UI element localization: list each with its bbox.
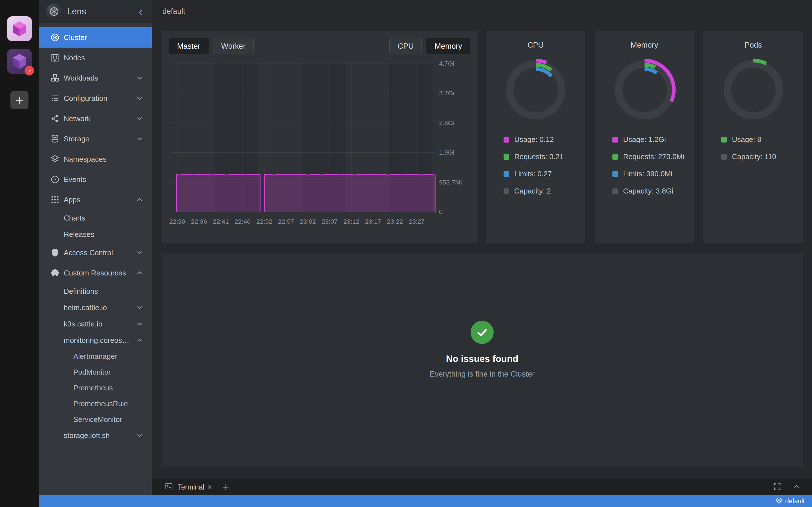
x-axis-label: 22:41 — [213, 218, 229, 225]
active-namespace-chip[interactable]: default — [785, 497, 805, 505]
x-axis-label: 23:22 — [387, 218, 403, 225]
sidebar-item-nodes[interactable]: Nodes — [39, 48, 152, 68]
sidebar-item-configuration[interactable]: Configuration — [39, 88, 152, 108]
sidebar-item-label: Apps — [64, 195, 80, 204]
sidebar-item-label: helm.cattle.io — [64, 303, 107, 312]
y-axis-label: 953.7Mi — [439, 179, 462, 186]
x-axis-label: 22:46 — [235, 218, 251, 225]
y-axis-label: 2.8Gi — [439, 119, 454, 126]
metric-cards: CPUUsage: 0.12Requests: 0.21Limits: 0.27… — [486, 31, 803, 243]
usage-chart-panel: MasterWorker CPUMemory 4.7Gi3.7Gi2.8Gi1.… — [161, 31, 477, 243]
sidebar-item-k3s-cattle-io[interactable]: k3s.cattle.io — [39, 316, 152, 332]
custom-resources-icon — [50, 268, 64, 278]
sidebar-item-label: k3s.cattle.io — [64, 320, 102, 328]
donut-chart — [612, 57, 677, 122]
sidebar-item-label: Namespaces — [64, 155, 107, 164]
sidebar-collapse-icon[interactable]: ‹ — [137, 7, 144, 16]
donut-arc — [515, 69, 557, 111]
fullscreen-icon[interactable] — [773, 482, 781, 492]
new-terminal-icon[interactable]: + — [223, 483, 229, 491]
legend-swatch — [721, 137, 727, 143]
sidebar-item-prometheusrule[interactable]: PrometheusRule — [39, 396, 152, 411]
chevron-up-icon[interactable] — [135, 195, 144, 204]
sidebar-nav: ClusterNodesWorkloadsConfigurationNetwor… — [39, 23, 152, 444]
chevron-down-icon[interactable] — [135, 94, 144, 103]
legend-item: Capacity: 3.8Gi — [612, 187, 684, 195]
donut-chart — [503, 57, 568, 122]
sidebar-item-definitions[interactable]: Definitions — [39, 283, 152, 299]
sidebar-item-servicemonitor[interactable]: ServiceMonitor — [39, 411, 152, 427]
sidebar-item-apps[interactable]: Apps — [39, 189, 152, 210]
memory-usage-area — [264, 174, 435, 212]
sidebar-item-label: Workloads — [64, 74, 98, 82]
chevron-down-icon[interactable] — [135, 135, 144, 143]
metric-tab-memory-button[interactable]: Memory — [426, 38, 470, 54]
sidebar-item-storage[interactable]: Storage — [39, 129, 152, 149]
metric-card-cpu: CPUUsage: 0.12Requests: 0.21Limits: 0.27… — [486, 31, 585, 243]
sidebar-item-helm-cattle-io[interactable]: helm.cattle.io — [39, 299, 152, 316]
sidebar-item-label: Nodes — [64, 54, 85, 62]
x-axis-label: 22:30 — [169, 218, 185, 225]
terminal-tab[interactable]: Terminal — [165, 482, 204, 492]
dock-expand-icon[interactable] — [792, 482, 801, 492]
chevron-down-icon[interactable] — [135, 303, 144, 312]
sidebar-item-namespaces[interactable]: Namespaces — [39, 149, 152, 169]
chevron-up-icon[interactable] — [135, 269, 144, 277]
metric-tab-cpu-button[interactable]: CPU — [389, 38, 422, 54]
chevron-down-icon[interactable] — [135, 114, 144, 123]
storage-icon — [50, 134, 64, 144]
chevron-down-icon[interactable] — [135, 320, 144, 328]
dock-bar: Terminal × + — [152, 479, 812, 495]
legend-label: Limits: 0.27 — [514, 170, 552, 178]
chevron-down-icon[interactable] — [135, 74, 144, 82]
metric-card-title: Memory — [631, 41, 658, 50]
notification-badge: 7 — [24, 66, 34, 75]
sidebar-item-custom-resources[interactable]: Custom Resources — [39, 263, 152, 283]
cluster-avatar-2[interactable]: 7 — [7, 49, 32, 74]
legend-item: Usage: 1.2Gi — [612, 135, 684, 144]
sidebar-item-workloads[interactable]: Workloads — [39, 68, 152, 88]
legend-item: Usage: 0.12 — [504, 135, 564, 144]
lens-window: 7+ Lens ‹ ClusterNodesWorkloadsConfigura… — [0, 0, 812, 507]
chevron-down-icon[interactable] — [135, 431, 144, 440]
events-icon — [50, 175, 64, 184]
metric-legend: Usage: 0.12Requests: 0.21Limits: 0.27Cap… — [504, 135, 564, 204]
legend-swatch — [504, 137, 509, 143]
sidebar-item-network[interactable]: Network — [39, 108, 152, 129]
metric-legend: Usage: 8Capacity: 110 — [721, 135, 776, 170]
node-tab-worker-button[interactable]: Worker — [213, 38, 254, 54]
terminal-tab-label: Terminal — [177, 483, 204, 491]
sidebar-item-monitoring-coreos[interactable]: monitoring.coreos… — [39, 332, 152, 348]
sidebar-item-cluster[interactable]: Cluster — [39, 27, 152, 48]
chevron-down-icon[interactable] — [135, 248, 144, 257]
sidebar-item-prometheus[interactable]: Prometheus — [39, 380, 152, 396]
sidebar-item-alertmanager[interactable]: Alertmanager — [39, 348, 152, 364]
legend-label: Usage: 8 — [732, 135, 761, 144]
legend-swatch — [612, 137, 618, 143]
sidebar-item-label: Definitions — [64, 287, 98, 296]
sidebar-item-label: storage.loft.sh — [64, 431, 110, 440]
sidebar-item-events[interactable]: Events — [39, 169, 152, 189]
legend-item: Usage: 8 — [721, 135, 776, 144]
legend-item: Requests: 270.0Mi — [612, 152, 684, 161]
sidebar-item-storage-loft-sh[interactable]: storage.loft.sh — [39, 427, 152, 444]
metric-card-title: CPU — [527, 41, 544, 50]
sidebar-item-releases[interactable]: Releases — [39, 226, 152, 242]
legend-item: Capacity: 110 — [721, 152, 776, 161]
sidebar-item-podmonitor[interactable]: PodMonitor — [39, 364, 152, 380]
sidebar-header: Lens ‹ — [39, 0, 152, 23]
metric-card-memory: MemoryUsage: 1.2GiRequests: 270.0MiLimit… — [595, 31, 694, 243]
add-cluster-button[interactable]: + — [10, 91, 29, 109]
sidebar-item-access-control[interactable]: Access Control — [39, 242, 152, 263]
close-terminal-icon[interactable]: × — [207, 482, 212, 492]
x-axis-label: 23:17 — [365, 218, 381, 225]
legend-swatch — [612, 154, 618, 160]
node-tab-master-button[interactable]: Master — [169, 38, 209, 54]
sidebar-item-label: Network — [64, 114, 91, 123]
legend-swatch — [504, 188, 509, 194]
cluster-avatar-1[interactable] — [7, 16, 32, 41]
sidebar-item-charts[interactable]: Charts — [39, 210, 152, 226]
chevron-up-icon[interactable] — [135, 336, 144, 344]
sidebar-item-label: Access Control — [64, 248, 113, 257]
sidebar-item-label: Charts — [64, 214, 86, 223]
